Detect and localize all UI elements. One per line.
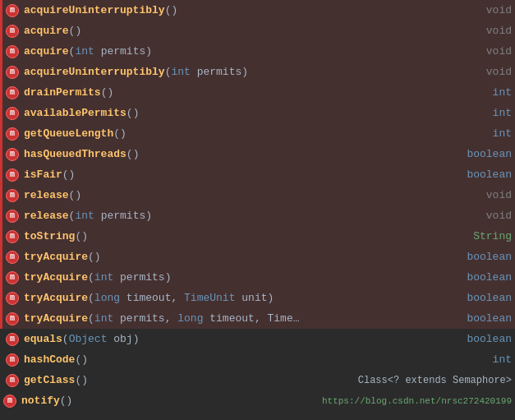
table-row[interactable]: m acquire(int permits) void [0, 41, 515, 62]
method-icon: m [6, 189, 19, 202]
table-row[interactable]: m release() void [0, 185, 515, 205]
table-row[interactable]: m acquireUninterruptibly() void [0, 0, 515, 21]
method-icon: m [6, 25, 19, 38]
method-icon: m [6, 127, 19, 141]
method-icon: m [6, 312, 19, 325]
method-list: m acquireUninterruptibly() void m acquir… [0, 0, 515, 411]
table-row[interactable]: m tryAcquire(int permits) boolean [0, 267, 515, 288]
method-icon: m [6, 374, 19, 387]
table-row[interactable]: m equals(Object obj) boolean [0, 329, 515, 349]
table-row[interactable]: m availablePermits() int [0, 103, 515, 123]
method-icon: m [6, 45, 19, 58]
method-icon: m [6, 271, 19, 284]
method-icon: m [6, 86, 19, 99]
table-row[interactable]: m acquire() void [0, 21, 515, 41]
table-row[interactable]: m getQueueLength() int [0, 123, 515, 144]
table-row[interactable]: m getClass() Class<? extends Semaphore> [0, 370, 515, 390]
method-icon: m [6, 168, 19, 182]
table-row[interactable]: m drainPermits() int [0, 82, 515, 103]
method-icon: m [6, 107, 19, 120]
method-icon: m [6, 353, 19, 367]
table-row[interactable]: m hashCode() int [0, 349, 515, 370]
table-row[interactable]: m isFair() boolean [0, 164, 515, 185]
table-row[interactable]: m toString() String [0, 226, 515, 247]
method-icon: m [6, 292, 19, 305]
table-row[interactable]: m hasQueuedThreads() boolean [0, 144, 515, 164]
table-row[interactable]: m tryAcquire(long timeout, TimeUnit unit… [0, 288, 515, 308]
method-icon: m [6, 333, 19, 346]
footer-url: https://blog.csdn.net/nrsc272420199 [322, 396, 512, 406]
footer-row: m notify() https://blog.csdn.net/nrsc272… [0, 390, 515, 411]
table-row[interactable]: m acquireUninterruptibly(int permits) vo… [0, 62, 515, 82]
method-icon: m [3, 395, 16, 408]
table-row[interactable]: m tryAcquire() boolean [0, 247, 515, 267]
method-icon: m [6, 230, 19, 243]
method-icon: m [6, 148, 19, 161]
method-icon: m [6, 251, 19, 264]
table-row[interactable]: m tryAcquire(int permits, long timeout, … [0, 308, 515, 329]
method-icon: m [6, 4, 19, 17]
table-row[interactable]: m release(int permits) void [0, 205, 515, 226]
method-icon: m [6, 66, 19, 79]
method-icon: m [6, 210, 19, 223]
